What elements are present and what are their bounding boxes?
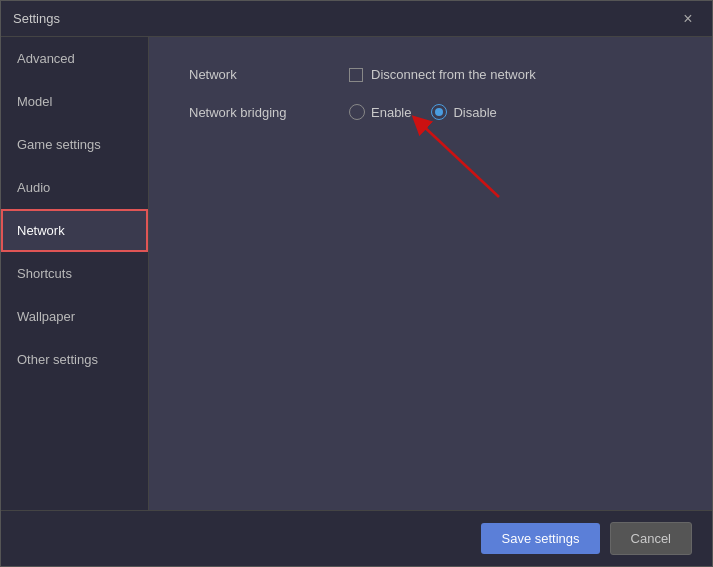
- disable-label: Disable: [453, 105, 496, 120]
- network-label: Network: [189, 67, 349, 82]
- sidebar-item-audio[interactable]: Audio: [1, 166, 148, 209]
- bridging-setting-row: Network bridging Enable Disable: [189, 104, 672, 120]
- sidebar-item-network[interactable]: Network: [1, 209, 148, 252]
- sidebar-item-advanced[interactable]: Advanced: [1, 37, 148, 80]
- cancel-button[interactable]: Cancel: [610, 522, 692, 555]
- enable-label: Enable: [371, 105, 411, 120]
- enable-radio-wrapper[interactable]: Enable: [349, 104, 411, 120]
- sidebar: Advanced Model Game settings Audio Netwo…: [1, 37, 149, 510]
- content-area: Advanced Model Game settings Audio Netwo…: [1, 37, 712, 510]
- footer: Save settings Cancel: [1, 510, 712, 566]
- close-button[interactable]: ×: [676, 7, 700, 31]
- arrow-svg: [399, 107, 519, 207]
- network-setting-row: Network Disconnect from the network: [189, 67, 672, 82]
- window-title: Settings: [13, 11, 676, 26]
- disconnect-checkbox-wrapper[interactable]: Disconnect from the network: [349, 67, 536, 82]
- disable-radio-wrapper[interactable]: Disable: [431, 104, 496, 120]
- bridging-label: Network bridging: [189, 105, 349, 120]
- disconnect-checkbox[interactable]: [349, 68, 363, 82]
- save-button[interactable]: Save settings: [481, 523, 599, 554]
- annotation-arrow: [399, 107, 519, 211]
- sidebar-item-wallpaper[interactable]: Wallpaper: [1, 295, 148, 338]
- titlebar: Settings ×: [1, 1, 712, 37]
- settings-window: Settings × Advanced Model Game settings …: [0, 0, 713, 567]
- svg-line-1: [419, 122, 499, 197]
- sidebar-item-model[interactable]: Model: [1, 80, 148, 123]
- enable-radio[interactable]: [349, 104, 365, 120]
- bridging-radio-group: Enable Disable: [349, 104, 497, 120]
- sidebar-item-shortcuts[interactable]: Shortcuts: [1, 252, 148, 295]
- disable-radio[interactable]: [431, 104, 447, 120]
- sidebar-item-game-settings[interactable]: Game settings: [1, 123, 148, 166]
- disconnect-label: Disconnect from the network: [371, 67, 536, 82]
- network-controls: Disconnect from the network: [349, 67, 536, 82]
- sidebar-item-other-settings[interactable]: Other settings: [1, 338, 148, 381]
- main-content: Network Disconnect from the network Netw…: [149, 37, 712, 510]
